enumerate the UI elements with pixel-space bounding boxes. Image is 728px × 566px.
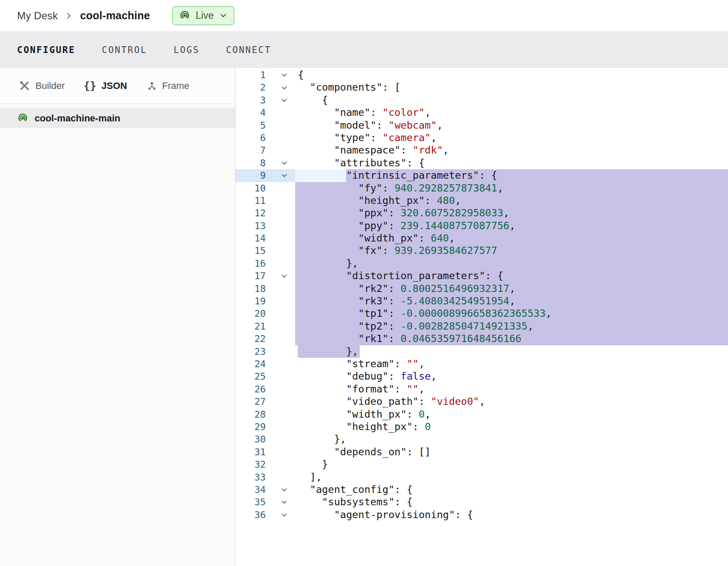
code-line-30[interactable]: 30 }, <box>235 433 728 445</box>
code-line-28[interactable]: 28 "width_px": 0, <box>235 408 728 421</box>
code-line-4[interactable]: 4 "name": "color", <box>235 106 728 119</box>
fold-toggle[interactable] <box>273 94 295 106</box>
code-line-34[interactable]: 34 "agent_config": { <box>235 483 728 496</box>
code-line-27[interactable]: 27 "video_path": "video0", <box>235 395 728 408</box>
fold-toggle[interactable] <box>273 509 295 521</box>
tab-logs[interactable]: LOGS <box>173 45 200 55</box>
fold-toggle[interactable] <box>273 270 295 282</box>
toggle-builder[interactable]: Builder <box>19 80 65 91</box>
code-line-32[interactable]: 32 } <box>235 458 728 471</box>
code-content[interactable]: "fy": 940.2928257873841, <box>295 182 728 195</box>
breadcrumb-parent[interactable]: My Desk <box>17 10 58 22</box>
code-line-2[interactable]: 2 "components": [ <box>235 81 728 94</box>
fold-gutter <box>273 458 295 471</box>
fold-toggle[interactable] <box>273 483 295 496</box>
code-line-21[interactable]: 21 "tp2": -0.002828504714921335, <box>235 320 728 333</box>
code-content[interactable]: "width_px": 640, <box>295 232 728 245</box>
json-code-editor[interactable]: 1{2 "components": [3 {4 "name": "color",… <box>235 68 728 566</box>
code-content[interactable]: "components": [ <box>295 81 728 94</box>
code-content[interactable]: }, <box>295 345 728 358</box>
code-content[interactable]: "stream": "", <box>295 358 728 370</box>
fold-toggle[interactable] <box>273 496 295 508</box>
code-content[interactable]: "rk3": -5.408034254951954, <box>295 295 728 307</box>
fold-gutter <box>273 195 295 207</box>
fold-toggle[interactable] <box>273 81 295 94</box>
code-content[interactable]: "ppx": 320.6075282958033, <box>295 207 728 219</box>
fold-gutter <box>273 433 295 445</box>
code-line-7[interactable]: 7 "namespace": "rdk", <box>235 144 728 156</box>
fold-toggle[interactable] <box>273 157 295 169</box>
code-content[interactable]: "fx": 939.2693584627577 <box>295 245 728 257</box>
fold-toggle[interactable] <box>273 169 295 182</box>
toggle-json[interactable]: {} JSON <box>83 80 127 92</box>
code-content[interactable]: "depends_on": [] <box>295 446 728 458</box>
code-line-12[interactable]: 12 "ppx": 320.6075282958033, <box>235 207 728 219</box>
code-line-25[interactable]: 25 "debug": false, <box>235 370 728 383</box>
code-content[interactable]: "distortion_parameters": { <box>295 270 728 282</box>
code-line-17[interactable]: 17 "distortion_parameters": { <box>235 270 728 282</box>
code-line-6[interactable]: 6 "type": "camera", <box>235 132 728 144</box>
code-line-16[interactable]: 16 }, <box>235 257 728 270</box>
tab-control[interactable]: CONTROL <box>102 45 147 55</box>
code-content[interactable]: "name": "color", <box>295 106 728 119</box>
code-line-3[interactable]: 3 { <box>235 94 728 106</box>
tab-configure[interactable]: CONFIGURE <box>17 45 75 55</box>
code-content[interactable]: "attributes": { <box>295 157 728 169</box>
code-line-19[interactable]: 19 "rk3": -5.408034254951954, <box>235 295 728 307</box>
toggle-frame[interactable]: Frame <box>146 80 190 91</box>
code-content[interactable]: }, <box>295 433 728 445</box>
code-content[interactable]: { <box>295 94 728 106</box>
code-line-14[interactable]: 14 "width_px": 640, <box>235 232 728 245</box>
code-content[interactable]: ], <box>295 471 728 483</box>
machine-status-dropdown[interactable]: Live <box>172 6 235 25</box>
code-token: , <box>497 182 503 195</box>
code-line-9[interactable]: 9 "intrinsic_parameters": { <box>235 169 728 182</box>
code-line-20[interactable]: 20 "tp1": -0.000008996658362365533, <box>235 307 728 320</box>
code-content[interactable]: "format": "", <box>295 383 728 395</box>
code-content[interactable]: "agent_config": { <box>295 483 728 496</box>
code-line-8[interactable]: 8 "attributes": { <box>235 157 728 169</box>
code-content[interactable]: "rk1": 0.046535971648456166 <box>295 333 728 345</box>
code-line-24[interactable]: 24 "stream": "", <box>235 358 728 370</box>
code-content[interactable]: } <box>295 458 728 471</box>
code-content[interactable]: "height_px": 480, <box>295 195 728 207</box>
code-content[interactable]: "debug": false, <box>295 370 728 383</box>
code-content[interactable]: "namespace": "rdk", <box>295 144 728 156</box>
code-content[interactable]: "ppy": 239.14408757087756, <box>295 220 728 232</box>
code-content[interactable]: "type": "camera", <box>295 132 728 144</box>
code-content[interactable]: "rk2": 0.8002516496932317, <box>295 283 728 295</box>
code-content[interactable]: "model": "webcam", <box>295 119 728 132</box>
code-content[interactable]: }, <box>295 257 728 270</box>
code-line-29[interactable]: 29 "height_px": 0 <box>235 421 728 433</box>
code-line-31[interactable]: 31 "depends_on": [] <box>235 446 728 458</box>
code-token: "agent-provisioning": { <box>298 509 473 521</box>
code-line-15[interactable]: 15 "fx": 939.2693584627577 <box>235 245 728 257</box>
tab-connect[interactable]: CONNECT <box>226 45 271 55</box>
sidebar-item-cool-machine-main[interactable]: cool-machine-main <box>0 108 235 128</box>
toggle-builder-label: Builder <box>35 80 65 91</box>
code-content[interactable]: "tp1": -0.000008996658362365533, <box>295 307 728 320</box>
code-line-22[interactable]: 22 "rk1": 0.046535971648456166 <box>235 333 728 345</box>
code-content[interactable]: "agent-provisioning": { <box>295 509 728 521</box>
code-content[interactable]: "height_px": 0 <box>295 421 728 433</box>
code-line-35[interactable]: 35 "subsystems": { <box>235 496 728 508</box>
code-line-5[interactable]: 5 "model": "webcam", <box>235 119 728 132</box>
code-line-33[interactable]: 33 ], <box>235 471 728 483</box>
code-line-36[interactable]: 36 "agent-provisioning": { <box>235 509 728 521</box>
code-content[interactable]: "intrinsic_parameters": { <box>295 169 728 182</box>
code-line-10[interactable]: 10 "fy": 940.2928257873841, <box>235 182 728 195</box>
fold-gutter <box>273 307 295 320</box>
code-line-18[interactable]: 18 "rk2": 0.8002516496932317, <box>235 283 728 295</box>
code-line-13[interactable]: 13 "ppy": 239.14408757087756, <box>235 220 728 232</box>
fold-toggle[interactable] <box>273 69 295 81</box>
code-line-1[interactable]: 1{ <box>235 69 728 81</box>
code-content[interactable]: "subsystems": { <box>295 496 728 508</box>
code-line-26[interactable]: 26 "format": "", <box>235 383 728 395</box>
code-line-11[interactable]: 11 "height_px": 480, <box>235 195 728 207</box>
code-content[interactable]: "tp2": -0.002828504714921335, <box>295 320 728 333</box>
code-line-23[interactable]: 23 }, <box>235 345 728 358</box>
code-token: "ppx": <box>298 207 401 219</box>
code-content[interactable]: { <box>295 69 728 81</box>
code-content[interactable]: "width_px": 0, <box>295 408 728 421</box>
code-content[interactable]: "video_path": "video0", <box>295 395 728 408</box>
